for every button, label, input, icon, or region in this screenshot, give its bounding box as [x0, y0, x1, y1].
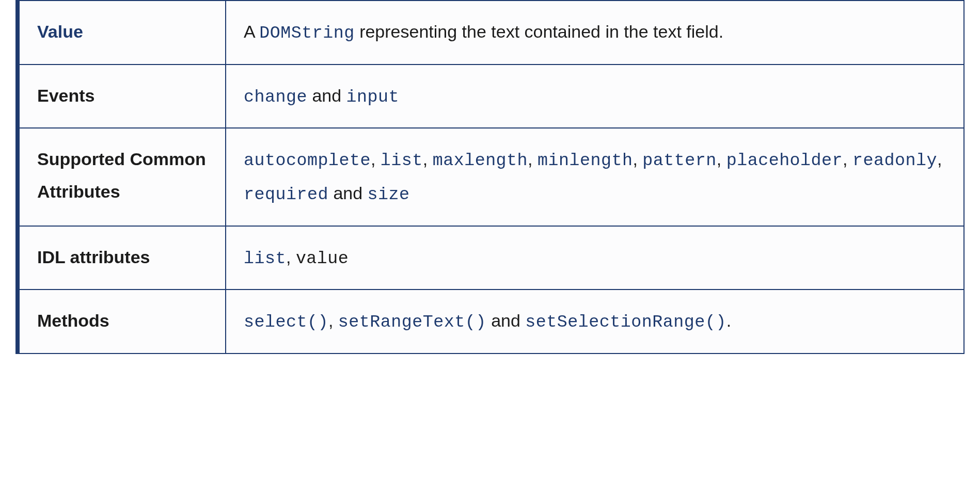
code-setrangetext: setRangeText() [338, 312, 486, 332]
sep: , [528, 149, 538, 169]
row-value-cell: list, value [226, 226, 964, 290]
attr-minlength-link[interactable]: minlength [538, 149, 633, 169]
table-row: Supported Common Attributes autocomplete… [18, 128, 964, 226]
attr-size-link[interactable]: size [368, 183, 410, 203]
code-setselectionrange: setSelectionRange() [525, 312, 726, 332]
code-pattern: pattern [642, 151, 716, 170]
attr-readonly-link[interactable]: readonly [852, 149, 937, 169]
sep: , [937, 149, 942, 169]
code-idl-value: value [296, 249, 349, 268]
attr-list-link[interactable]: list [381, 149, 423, 169]
text-a: A [244, 22, 255, 41]
code-size: size [368, 185, 410, 204]
attr-autocomplete-link[interactable]: autocomplete [244, 149, 371, 169]
code-list: list [381, 151, 423, 170]
sep: , [843, 149, 852, 169]
code-select: select() [244, 312, 328, 332]
table-row: Events change and input [18, 65, 964, 128]
row-key-cell: IDL attributes [18, 226, 226, 290]
code-required: required [244, 185, 328, 204]
row-value-cell: change and input [226, 65, 964, 128]
sep: , [717, 149, 726, 169]
sep: , [328, 311, 338, 330]
code-readonly: readonly [852, 151, 937, 170]
sep: , [633, 149, 642, 169]
method-setselectionrange-link[interactable]: setSelectionRange() [525, 311, 726, 330]
attr-pattern-link[interactable]: pattern [642, 149, 716, 169]
event-input-link[interactable]: input [346, 86, 399, 105]
text-and: and [312, 86, 341, 105]
value-link[interactable]: Value [37, 22, 83, 41]
row-key-cell: Methods [18, 290, 226, 354]
code-domstring: DOMString [259, 23, 354, 43]
text-period: . [726, 311, 731, 330]
attr-placeholder-link[interactable]: placeholder [726, 149, 843, 169]
row-value-cell: select(), setRangeText() and setSelectio… [226, 290, 964, 354]
method-select-link[interactable]: select() [244, 311, 328, 330]
code-idl-list: list [244, 249, 286, 268]
properties-table: Value A DOMString representing the text … [15, 0, 965, 354]
sep: , [286, 247, 296, 267]
table-row: Methods select(), setRangeText() and set… [18, 290, 964, 354]
row-key-cell: Events [18, 65, 226, 128]
attr-maxlength-link[interactable]: maxlength [433, 149, 528, 169]
code-maxlength: maxlength [433, 151, 528, 170]
text-suffix: representing the text contained in the t… [359, 22, 723, 41]
table-row: IDL attributes list, value [18, 226, 964, 290]
code-input: input [346, 87, 399, 107]
idl-list-link[interactable]: list [244, 247, 286, 267]
code-minlength: minlength [538, 151, 633, 170]
code-autocomplete: autocomplete [244, 151, 371, 170]
attr-required-link[interactable]: required [244, 183, 328, 203]
method-setrangetext-link[interactable]: setRangeText() [338, 311, 486, 330]
sep: , [423, 149, 433, 169]
sep: , [371, 149, 381, 169]
table-row: Value A DOMString representing the text … [18, 1, 964, 65]
text-and: and [333, 183, 362, 203]
code-change: change [244, 87, 307, 107]
text-and: and [491, 311, 520, 330]
domstring-link[interactable]: DOMString [259, 22, 354, 41]
code-placeholder: placeholder [726, 151, 843, 170]
row-value-cell: A DOMString representing the text contai… [226, 1, 964, 65]
event-change-link[interactable]: change [244, 86, 307, 105]
row-key-cell: Supported Common Attributes [18, 128, 226, 226]
row-key-cell: Value [18, 1, 226, 65]
row-value-cell: autocomplete, list, maxlength, minlength… [226, 128, 964, 226]
